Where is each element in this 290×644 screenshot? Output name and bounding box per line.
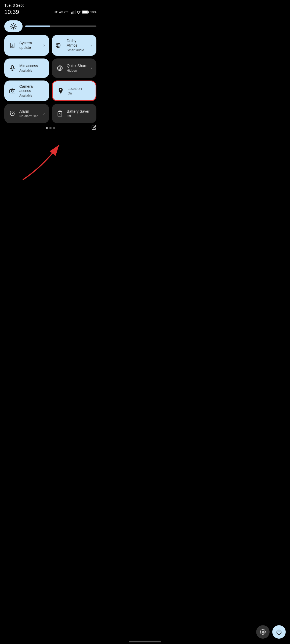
annotation-arrow [0, 113, 101, 188]
dolby-atmos-chevron: › [91, 43, 92, 48]
brightness-control[interactable] [4, 20, 96, 32]
svg-point-8 [12, 25, 15, 28]
tile-system-update[interactable]: System update › [4, 35, 49, 56]
location-subtitle: On [68, 92, 92, 95]
svg-line-13 [11, 24, 12, 25]
svg-line-16 [11, 28, 12, 28]
brightness-fill [25, 25, 50, 27]
alarm-text: Alarm No alarm set [19, 109, 40, 118]
svg-rect-21 [11, 65, 13, 69]
wifi-icon [77, 10, 81, 14]
battery-saver-subtitle: Off [67, 114, 92, 118]
brightness-icon-wrap [4, 20, 23, 32]
dolby-icon [56, 42, 64, 49]
location-title: Location [68, 86, 92, 91]
pagination-row [4, 127, 96, 129]
system-update-icon [9, 42, 16, 49]
alarm-subtitle: No alarm set [19, 114, 40, 118]
tile-dolby-atmos[interactable]: Dolby Atmos Smart audio › [52, 35, 97, 56]
camera-icon [9, 87, 16, 94]
quick-share-subtitle: Hidden [67, 69, 88, 72]
tile-location[interactable]: Location On [52, 80, 97, 101]
tile-camera-access[interactable]: Camera access Available [4, 80, 49, 101]
svg-rect-7 [82, 11, 88, 13]
brightness-slider[interactable] [25, 25, 96, 27]
mic-access-subtitle: Available [19, 69, 45, 72]
camera-access-title: Camera access [19, 84, 45, 93]
svg-rect-4 [75, 10, 75, 14]
svg-text:LTE+: LTE+ [64, 11, 70, 14]
dot-1 [46, 127, 48, 129]
svg-rect-1 [71, 12, 72, 14]
alarm-title: Alarm [19, 109, 40, 114]
system-update-title: System update [19, 41, 40, 50]
quick-share-text: Quick Share Hidden [67, 64, 88, 72]
svg-line-30 [12, 114, 13, 114]
quick-share-icon [56, 64, 64, 72]
svg-rect-3 [74, 11, 74, 14]
signal-icon: LTE+ [64, 10, 70, 14]
battery-saver-text: Battery Saver Off [67, 109, 92, 118]
svg-rect-6 [88, 12, 89, 13]
svg-point-27 [60, 89, 61, 91]
svg-line-15 [15, 24, 16, 25]
edit-button[interactable] [92, 125, 96, 131]
svg-point-26 [11, 90, 13, 92]
mic-access-text: Mic access Available [19, 64, 45, 72]
svg-line-14 [15, 28, 16, 28]
date-display: Tue, 3 Sept [4, 3, 96, 8]
dolby-atmos-title: Dolby Atmos [67, 39, 88, 48]
dolby-logo-icon [56, 43, 64, 48]
quick-share-title: Quick Share [67, 64, 88, 68]
status-icons: JIO 4G LTE+ 93% [54, 10, 96, 14]
mic-access-title: Mic access [19, 64, 45, 68]
dolby-atmos-text: Dolby Atmos Smart audio [67, 39, 88, 52]
camera-access-text: Camera access Available [19, 84, 45, 98]
alarm-chevron: › [43, 111, 45, 116]
status-bar: Tue, 3 Sept 10:39 JIO 4G LTE+ [0, 0, 101, 17]
camera-access-subtitle: Available [19, 94, 45, 97]
location-text: Location On [68, 86, 92, 95]
alarm-icon [9, 110, 16, 117]
carrier-text: JIO 4G [54, 10, 63, 14]
quick-tiles-grid: System update › Dolby Atmos Smart audio … [4, 35, 96, 123]
system-update-text: System update [19, 41, 40, 50]
pagination-dots [46, 127, 55, 129]
bars-icon [71, 10, 75, 14]
tile-mic-access[interactable]: Mic access Available [4, 58, 49, 78]
system-update-chevron: › [43, 43, 45, 48]
dot-3 [53, 127, 55, 129]
battery-percent: 93% [90, 10, 96, 14]
battery-icon [82, 10, 89, 14]
mic-icon [9, 64, 16, 72]
time-display: 10:39 [4, 9, 19, 16]
battery-saver-title: Battery Saver [67, 109, 92, 114]
location-icon [57, 87, 64, 94]
quick-share-chevron: › [91, 66, 92, 71]
brightness-icon [10, 23, 17, 30]
dolby-atmos-subtitle: Smart audio [67, 48, 88, 52]
svg-rect-2 [73, 12, 73, 14]
tile-alarm[interactable]: Alarm No alarm set › [4, 104, 49, 123]
dot-2 [49, 127, 52, 129]
tile-quick-share[interactable]: Quick Share Hidden › [52, 58, 97, 78]
tile-battery-saver[interactable]: Battery Saver Off [52, 104, 97, 123]
battery-saver-icon [56, 110, 64, 117]
